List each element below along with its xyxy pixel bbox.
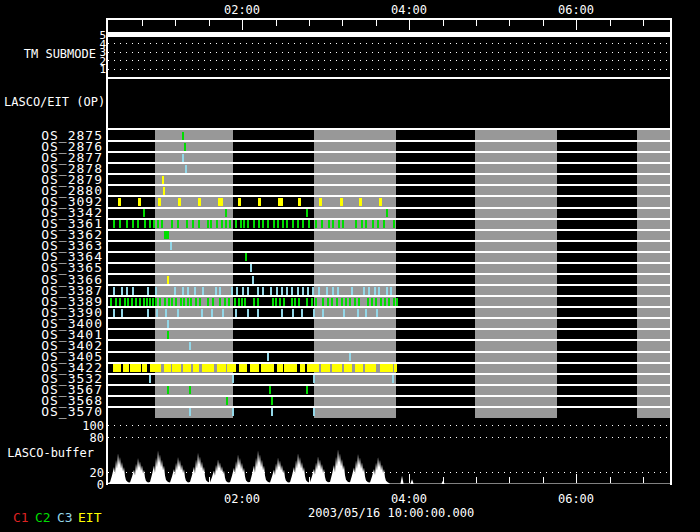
event-mark (186, 220, 188, 228)
event-mark (113, 287, 115, 295)
event-mark (351, 287, 353, 295)
event-mark (311, 298, 313, 306)
legend-item-c1: C1 (13, 510, 29, 525)
event-mark (113, 220, 115, 228)
event-mark (343, 309, 345, 317)
event-mark (228, 298, 230, 306)
row-separator (108, 251, 670, 253)
event-mark (258, 198, 261, 206)
event-mark (267, 220, 269, 228)
lasco-eit-op-label: LASCO/EIT (OP) (4, 95, 104, 109)
event-mark (243, 220, 245, 228)
event-mark (163, 187, 165, 195)
event-mark (143, 209, 145, 217)
time-tick (376, 20, 377, 26)
event-mark (215, 287, 217, 295)
event-mark (376, 309, 378, 317)
event-mark (219, 298, 221, 306)
event-mark (272, 298, 274, 306)
event-mark (337, 287, 339, 295)
event-mark (245, 253, 247, 261)
event-mark (118, 198, 121, 206)
event-mark (365, 220, 367, 228)
event-mark (358, 298, 360, 306)
event-mark (149, 298, 151, 306)
event-mark (273, 220, 275, 228)
event-mark (261, 364, 274, 372)
event-mark (189, 386, 191, 394)
time-tick (576, 20, 577, 30)
event-mark (212, 298, 214, 306)
event-mark (174, 287, 176, 295)
event-mark (238, 298, 240, 306)
time-axis-label: 06:00 (556, 492, 596, 506)
event-mark (193, 364, 199, 372)
time-tick (509, 20, 510, 26)
event-mark (388, 298, 390, 306)
event-mark (143, 298, 145, 306)
event-mark (217, 364, 226, 372)
event-mark (119, 220, 121, 228)
event-mark (262, 287, 264, 295)
row-separator (108, 284, 670, 286)
event-mark (384, 298, 386, 306)
event-mark (326, 287, 328, 295)
buffer-y-tick-label: 80 (74, 431, 104, 445)
event-mark (194, 287, 196, 295)
event-mark (308, 220, 310, 228)
event-mark (242, 287, 244, 295)
event-mark (126, 287, 128, 295)
event-mark (322, 298, 324, 306)
event-mark (302, 287, 304, 295)
event-mark (231, 287, 233, 295)
time-tick (276, 20, 277, 26)
row-separator (108, 140, 670, 142)
event-mark (327, 298, 329, 306)
event-mark (131, 298, 133, 306)
event-mark (349, 353, 351, 361)
event-mark (202, 364, 214, 372)
tm-grid-dotted-line (108, 52, 670, 53)
event-mark (185, 165, 187, 173)
event-mark (315, 220, 317, 228)
event-mark (250, 364, 259, 372)
event-mark (167, 276, 169, 284)
event-mark (271, 397, 273, 405)
event-mark (291, 298, 293, 306)
event-mark (240, 220, 242, 228)
event-mark (224, 298, 226, 306)
event-mark (302, 220, 304, 228)
event-mark (235, 220, 237, 228)
event-mark (355, 364, 363, 372)
event-mark (113, 309, 115, 317)
event-mark (359, 198, 362, 206)
time-tick (242, 20, 243, 30)
event-mark (211, 309, 213, 317)
event-mark (349, 298, 351, 306)
event-mark (161, 220, 163, 228)
event-mark (319, 198, 322, 206)
event-mark (271, 408, 273, 416)
time-tick (175, 20, 176, 26)
event-mark (282, 220, 284, 228)
event-mark (156, 309, 158, 317)
event-mark (276, 287, 278, 295)
event-mark (182, 154, 184, 162)
event-mark (355, 220, 357, 228)
row-separator (108, 328, 670, 330)
event-mark (187, 298, 189, 306)
event-mark (115, 298, 117, 306)
event-mark (250, 264, 252, 272)
event-mark (306, 386, 308, 394)
event-mark (313, 375, 315, 383)
event-mark (277, 220, 279, 228)
event-mark (375, 298, 377, 306)
event-mark (322, 309, 324, 317)
buffer-histogram (108, 420, 670, 484)
event-mark (171, 220, 173, 228)
event-mark (175, 298, 177, 306)
event-mark (142, 364, 147, 372)
event-mark (269, 386, 271, 394)
event-mark (157, 220, 159, 228)
row-separator (108, 317, 670, 319)
